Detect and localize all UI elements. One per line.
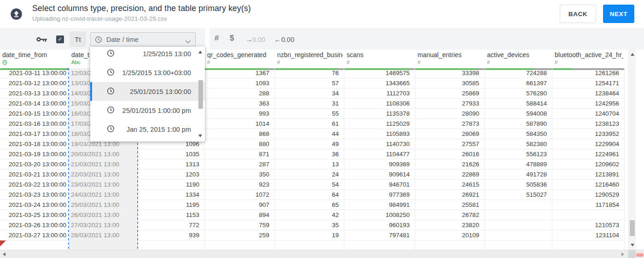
table-cell: 984991 (344, 200, 415, 210)
increase-precision-button[interactable]: ←0.00 (274, 35, 294, 43)
table-cell: 24615 (415, 180, 485, 190)
dropdown-option[interactable]: Jan 25, 2015 1:00 pm (90, 120, 205, 139)
table-cell: 13 (275, 159, 344, 170)
column-header[interactable]: qr_codes_generated# (205, 50, 275, 68)
row-error-flag (0, 240, 6, 246)
table-cell: 1224961 (552, 149, 625, 159)
dropdown-option[interactable]: 1/25/2015 13:00 (90, 47, 205, 63)
table-cell: 588414 (485, 99, 552, 109)
table-cell: 1125029 (344, 119, 415, 129)
table-cell: 2021-03-22 13:00:00 (0, 180, 69, 190)
table-cell: 26921 (415, 190, 485, 200)
upload-icon (10, 7, 23, 21)
column-header[interactable]: scans# (344, 50, 415, 68)
scroll-up-button[interactable] (631, 53, 634, 56)
table-cell: 1008250 (344, 210, 415, 220)
table-cell: 1290529 (552, 190, 625, 200)
type-dropdown[interactable]: Date / time (90, 32, 196, 47)
table-cell: 977369 (344, 190, 415, 200)
table-cell: 27873 (415, 119, 485, 129)
column-name: date_time_from (2, 51, 47, 59)
column-header[interactable]: bluetooth_active_24_hr_# (552, 50, 625, 68)
text-type-button[interactable]: Tt (70, 31, 86, 47)
dropdown-scroll-up-button[interactable] (198, 51, 202, 53)
dropdown-option[interactable]: 25/01/2015 13:00:00 (90, 82, 205, 101)
table-cell: 1313 (138, 159, 205, 170)
table-row: 2021-03-21 13:00:0022/03/2021 13:0012033… (0, 170, 625, 180)
table-cell: 1108306 (344, 99, 415, 109)
table-row: 2021-03-23 13:00:0024/03/2021 13:0013341… (0, 190, 625, 200)
selected-column-border-left (68, 68, 69, 250)
table-cell: 42 (275, 210, 344, 220)
table-cell: 584350 (485, 129, 552, 139)
horizontal-scrollbar[interactable] (0, 250, 644, 258)
table-cell: 28069 (415, 129, 485, 139)
column-header[interactable]: active_devices# (485, 50, 552, 68)
dropdown-scroll-down-button[interactable] (198, 135, 202, 137)
table-cell: 34 (275, 88, 344, 99)
number-type-icon: # (487, 59, 490, 65)
table-cell: 27/03/2021 13:00 (69, 220, 138, 230)
table-row: 2021-03-25 13:00:0026/03/2021 13:0011538… (0, 210, 625, 220)
primary-key-icon[interactable] (36, 36, 47, 42)
column-header[interactable]: manual_entries# (415, 50, 485, 68)
table-cell: 515027 (485, 190, 552, 200)
table-cell (205, 240, 275, 251)
table-cell: 22869 (415, 170, 485, 180)
table-cell: 23820 (415, 220, 485, 230)
option-label: Jan 25, 2015 1:00 pm (127, 126, 191, 133)
table-cell: 1229904 (552, 139, 625, 149)
table-cell: 2021-03-21 13:00:00 (0, 170, 69, 180)
column-name: active_devices (487, 51, 529, 59)
table-cell (552, 210, 625, 220)
back-button[interactable]: BACK (560, 5, 596, 23)
dropdown-scrollbar-thumb[interactable] (198, 80, 203, 109)
table-cell: 21/03/2021 13:00 (69, 159, 138, 170)
table-cell: 1367 (205, 68, 275, 78)
option-clock-icon (107, 87, 115, 96)
table-cell: 65 (275, 200, 344, 210)
table-cell (485, 240, 552, 251)
table-cell: 939 (138, 230, 205, 240)
scroll-down-button[interactable] (631, 244, 634, 246)
number-type-icon: # (277, 59, 280, 65)
table-row: 2021-03-26 13:00:0027/03/2021 13:0077275… (0, 220, 625, 230)
table-cell: 1231104 (552, 230, 625, 240)
table-cell: 33398 (415, 68, 485, 78)
table-cell (415, 240, 485, 251)
column-header[interactable]: date_time_from (0, 50, 69, 68)
upload-wizard-window: Select columns type, precision, and the … (0, 0, 644, 258)
table-cell: 880 (205, 139, 275, 149)
table-cell: 30585 (415, 78, 485, 88)
table-cell: 1190 (138, 180, 205, 190)
select-checkbox[interactable]: ✓ (56, 35, 64, 43)
scroll-right-button[interactable] (621, 252, 624, 256)
number-type-icon: # (418, 59, 420, 65)
column-header[interactable]: nzbn_registered_busine# (275, 50, 344, 68)
table-cell: 25581 (415, 200, 485, 210)
table-cell: 797481 (344, 230, 415, 240)
currency-type-button[interactable]: $ (230, 34, 234, 43)
chevron-down-icon (185, 37, 191, 41)
vertical-scrollbar-thumb[interactable] (630, 220, 635, 236)
vertical-scrollbar[interactable] (628, 50, 636, 250)
table-cell: 772 (138, 220, 205, 230)
dropdown-option[interactable]: 1/25/2015 13:00+03:00 (90, 63, 205, 82)
text-type-icon: Abc (71, 59, 81, 65)
table-cell (275, 240, 344, 251)
table-row: 2021-03-22 13:00:0023/03/2021 13:0011909… (0, 180, 625, 190)
table-cell: 55 (275, 109, 344, 119)
table-cell: 350 (205, 170, 275, 180)
table-cell: 594008 (485, 109, 552, 119)
option-label: 25/01/2015 13:00:00 (130, 88, 191, 95)
table-cell: 1171854 (552, 200, 625, 210)
next-button[interactable]: NEXT (603, 5, 634, 23)
table-cell: 1203 (138, 170, 205, 180)
number-type-button[interactable]: # (215, 34, 219, 43)
scroll-left-button[interactable] (3, 252, 6, 256)
decrease-precision-button[interactable]: →0.00 (245, 35, 265, 43)
dropdown-option[interactable]: 25/01/2015 1:00:00 pm (90, 101, 205, 120)
table-cell: 946701 (344, 180, 415, 190)
table-cell: 759 (205, 220, 275, 230)
table-cell: 76 (275, 68, 344, 78)
